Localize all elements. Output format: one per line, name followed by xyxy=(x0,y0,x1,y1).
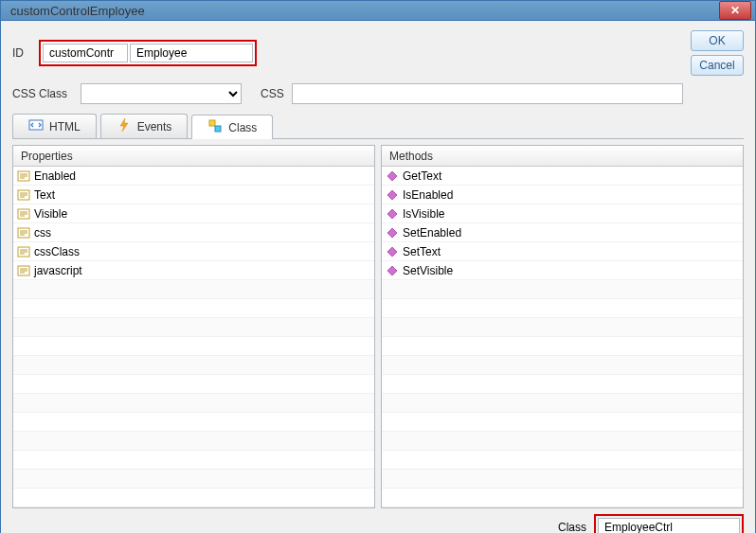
method-item[interactable]: IsVisible xyxy=(382,204,743,223)
property-label: Text xyxy=(34,188,55,202)
svg-rect-2 xyxy=(215,126,221,132)
id-row: ID OK Cancel xyxy=(12,30,744,76)
class-label: Class xyxy=(558,521,586,533)
id-label: ID xyxy=(12,46,31,60)
tab-html-label: HTML xyxy=(49,120,81,133)
tab-events-label: Events xyxy=(137,120,172,133)
property-icon xyxy=(17,226,30,240)
html-icon xyxy=(28,117,44,135)
svg-marker-28 xyxy=(387,190,397,200)
method-item[interactable]: SetEnabled xyxy=(382,223,743,242)
method-label: IsEnabled xyxy=(403,188,453,202)
property-icon xyxy=(17,207,30,221)
dialog-buttons: OK Cancel xyxy=(691,30,744,76)
cssclass-label: CSS Class xyxy=(12,87,73,100)
methods-header: Methods xyxy=(382,146,743,167)
method-item[interactable]: SetVisible xyxy=(382,261,743,280)
titlebar: customControlEmployee ✕ xyxy=(1,1,755,21)
tab-bar: HTML Events Class xyxy=(12,114,744,139)
css-row: CSS Class CSS xyxy=(12,83,744,104)
close-icon: ✕ xyxy=(730,4,740,17)
property-item[interactable]: css xyxy=(13,223,374,242)
svg-marker-29 xyxy=(387,209,397,219)
property-icon xyxy=(17,169,30,183)
class-input-highlight xyxy=(594,514,744,533)
property-icon xyxy=(17,245,30,258)
method-icon xyxy=(386,245,399,258)
property-icon xyxy=(17,188,30,202)
property-item[interactable]: Visible xyxy=(13,204,374,223)
cancel-button[interactable]: Cancel xyxy=(691,55,744,76)
id-value-input[interactable] xyxy=(130,44,253,62)
class-tab-content: Properties EnabledTextVisiblecsscssClass… xyxy=(12,145,744,508)
method-item[interactable]: GetText xyxy=(382,167,743,186)
tab-class-label: Class xyxy=(228,121,257,134)
property-item[interactable]: javascript xyxy=(13,261,374,280)
svg-marker-27 xyxy=(387,171,397,181)
id-prefix-input[interactable] xyxy=(43,44,128,62)
property-label: css xyxy=(34,226,51,240)
tab-events[interactable]: Events xyxy=(100,114,189,138)
method-label: SetVisible xyxy=(403,264,453,277)
close-button[interactable]: ✕ xyxy=(719,1,751,20)
method-icon xyxy=(386,264,399,277)
method-icon xyxy=(386,226,399,240)
methods-panel: Methods GetTextIsEnabledIsVisibleSetEnab… xyxy=(381,145,744,508)
properties-list: EnabledTextVisiblecsscssClassjavascript xyxy=(13,167,374,507)
svg-marker-31 xyxy=(387,247,397,257)
properties-header: Properties xyxy=(13,146,374,167)
id-group-highlight xyxy=(39,40,257,66)
tab-class[interactable]: Class xyxy=(191,115,273,139)
svg-marker-30 xyxy=(387,228,397,238)
dialog-title: customControlEmployee xyxy=(10,4,719,18)
method-label: IsVisible xyxy=(403,207,444,221)
class-icon xyxy=(207,118,223,136)
footer-row: Class xyxy=(12,514,744,533)
method-item[interactable]: IsEnabled xyxy=(382,186,743,204)
method-icon xyxy=(386,207,399,221)
property-label: cssClass xyxy=(34,245,80,258)
class-input[interactable] xyxy=(598,518,740,533)
css-input[interactable] xyxy=(292,83,683,104)
method-label: SetEnabled xyxy=(403,226,461,240)
dialog-content: ID OK Cancel CSS Class CSS HTML xyxy=(1,21,755,533)
property-item[interactable]: cssClass xyxy=(13,242,374,261)
css-label: CSS xyxy=(261,87,284,100)
property-label: Visible xyxy=(34,207,67,221)
methods-list: GetTextIsEnabledIsVisibleSetEnabledSetTe… xyxy=(382,167,743,507)
method-icon xyxy=(386,188,399,202)
properties-panel: Properties EnabledTextVisiblecsscssClass… xyxy=(12,145,375,508)
lightning-icon xyxy=(117,117,132,135)
svg-marker-32 xyxy=(387,266,397,275)
ok-button[interactable]: OK xyxy=(691,30,744,51)
cssclass-select[interactable] xyxy=(81,83,242,104)
property-label: Enabled xyxy=(34,169,76,183)
property-label: javascript xyxy=(34,264,82,277)
svg-rect-1 xyxy=(209,120,215,126)
tab-html[interactable]: HTML xyxy=(12,114,97,138)
property-icon xyxy=(17,264,30,277)
method-item[interactable]: SetText xyxy=(382,242,743,261)
method-icon xyxy=(386,169,399,183)
property-item[interactable]: Enabled xyxy=(13,167,374,186)
method-label: SetText xyxy=(403,245,441,258)
property-item[interactable]: Text xyxy=(13,186,374,204)
method-label: GetText xyxy=(403,169,441,183)
dialog-window: customControlEmployee ✕ ID OK Cancel CSS… xyxy=(0,0,756,533)
